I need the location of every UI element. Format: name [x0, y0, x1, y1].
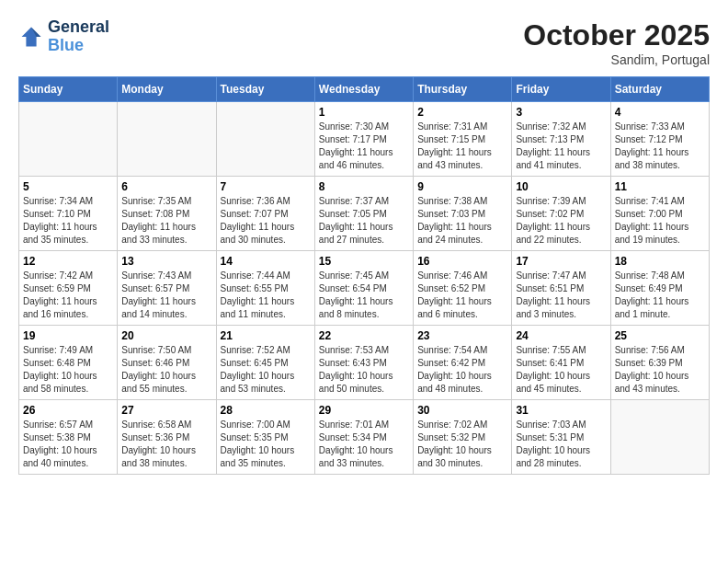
day-info: Sunrise: 7:03 AM Sunset: 5:31 PM Dayligh… [516, 419, 606, 470]
day-number: 31 [516, 404, 606, 417]
weekday-header-sunday: Sunday [19, 77, 118, 102]
day-info: Sunrise: 7:54 AM Sunset: 6:42 PM Dayligh… [417, 344, 507, 396]
day-info: Sunrise: 7:42 AM Sunset: 6:59 PM Dayligh… [23, 270, 113, 321]
day-info: Sunrise: 6:57 AM Sunset: 5:38 PM Dayligh… [23, 419, 113, 470]
day-cell: 8Sunrise: 7:37 AM Sunset: 7:05 PM Daylig… [314, 177, 413, 251]
day-info: Sunrise: 7:43 AM Sunset: 6:57 PM Dayligh… [121, 270, 211, 321]
day-cell: 18Sunrise: 7:48 AM Sunset: 6:49 PM Dayli… [610, 251, 709, 326]
day-info: Sunrise: 7:01 AM Sunset: 5:34 PM Dayligh… [319, 419, 409, 470]
calendar-table: SundayMondayTuesdayWednesdayThursdayFrid… [18, 76, 710, 475]
day-info: Sunrise: 7:48 AM Sunset: 6:49 PM Dayligh… [615, 270, 705, 321]
day-cell: 14Sunrise: 7:44 AM Sunset: 6:55 PM Dayli… [216, 251, 314, 326]
weekday-header-wednesday: Wednesday [314, 77, 413, 102]
day-info: Sunrise: 7:56 AM Sunset: 6:39 PM Dayligh… [615, 344, 705, 396]
week-row-1: 1Sunrise: 7:30 AM Sunset: 7:17 PM Daylig… [19, 102, 710, 177]
day-cell: 29Sunrise: 7:01 AM Sunset: 5:34 PM Dayli… [314, 400, 413, 475]
day-number: 29 [319, 404, 409, 417]
day-cell: 19Sunrise: 7:49 AM Sunset: 6:48 PM Dayli… [19, 326, 118, 400]
day-cell: 5Sunrise: 7:34 AM Sunset: 7:10 PM Daylig… [19, 177, 118, 251]
weekday-header-row: SundayMondayTuesdayWednesdayThursdayFrid… [19, 77, 710, 102]
weekday-header-saturday: Saturday [610, 77, 709, 102]
day-cell: 12Sunrise: 7:42 AM Sunset: 6:59 PM Dayli… [19, 251, 118, 326]
day-cell: 22Sunrise: 7:53 AM Sunset: 6:43 PM Dayli… [314, 326, 413, 400]
day-cell: 15Sunrise: 7:45 AM Sunset: 6:54 PM Dayli… [314, 251, 413, 326]
month-title: October 2025 [523, 18, 710, 52]
day-number: 16 [417, 255, 507, 268]
day-info: Sunrise: 7:55 AM Sunset: 6:41 PM Dayligh… [516, 344, 606, 396]
day-cell: 31Sunrise: 7:03 AM Sunset: 5:31 PM Dayli… [512, 400, 610, 475]
day-cell: 4Sunrise: 7:33 AM Sunset: 7:12 PM Daylig… [610, 102, 709, 177]
day-cell: 28Sunrise: 7:00 AM Sunset: 5:35 PM Dayli… [216, 400, 314, 475]
day-cell: 21Sunrise: 7:52 AM Sunset: 6:45 PM Dayli… [216, 326, 314, 400]
day-number: 10 [516, 180, 606, 193]
day-info: Sunrise: 7:39 AM Sunset: 7:02 PM Dayligh… [516, 195, 606, 247]
day-number: 11 [615, 180, 705, 193]
week-row-4: 19Sunrise: 7:49 AM Sunset: 6:48 PM Dayli… [19, 326, 710, 400]
day-info: Sunrise: 7:37 AM Sunset: 7:05 PM Dayligh… [319, 195, 409, 247]
day-info: Sunrise: 7:00 AM Sunset: 5:35 PM Dayligh… [221, 419, 311, 470]
day-number: 18 [615, 255, 705, 268]
day-cell: 3Sunrise: 7:32 AM Sunset: 7:13 PM Daylig… [512, 102, 610, 177]
weekday-header-monday: Monday [118, 77, 216, 102]
day-info: Sunrise: 7:36 AM Sunset: 7:07 PM Dayligh… [221, 195, 311, 247]
day-number: 2 [417, 106, 507, 119]
day-number: 22 [319, 329, 409, 342]
page-header: General Blue October 2025 Sandim, Portug… [18, 18, 710, 67]
day-cell [610, 400, 709, 475]
day-cell: 1Sunrise: 7:30 AM Sunset: 7:17 PM Daylig… [314, 102, 413, 177]
day-number: 6 [121, 180, 211, 193]
day-cell: 30Sunrise: 7:02 AM Sunset: 5:32 PM Dayli… [414, 400, 512, 475]
week-row-3: 12Sunrise: 7:42 AM Sunset: 6:59 PM Dayli… [19, 251, 710, 326]
day-info: Sunrise: 7:32 AM Sunset: 7:13 PM Dayligh… [516, 121, 606, 172]
week-row-2: 5Sunrise: 7:34 AM Sunset: 7:10 PM Daylig… [19, 177, 710, 251]
day-number: 27 [121, 404, 211, 417]
day-cell [118, 102, 216, 177]
day-cell: 6Sunrise: 7:35 AM Sunset: 7:08 PM Daylig… [118, 177, 216, 251]
day-info: Sunrise: 7:38 AM Sunset: 7:03 PM Dayligh… [417, 195, 507, 247]
day-number: 19 [23, 329, 113, 342]
day-number: 9 [417, 180, 507, 193]
weekday-header-friday: Friday [512, 77, 610, 102]
day-cell: 26Sunrise: 6:57 AM Sunset: 5:38 PM Dayli… [19, 400, 118, 475]
day-info: Sunrise: 7:34 AM Sunset: 7:10 PM Dayligh… [23, 195, 113, 247]
day-number: 24 [516, 329, 606, 342]
day-info: Sunrise: 6:58 AM Sunset: 5:36 PM Dayligh… [121, 419, 211, 470]
day-number: 20 [121, 329, 211, 342]
day-number: 17 [516, 255, 606, 268]
day-cell: 17Sunrise: 7:47 AM Sunset: 6:51 PM Dayli… [512, 251, 610, 326]
day-number: 14 [221, 255, 311, 268]
title-area: October 2025 Sandim, Portugal [523, 18, 710, 67]
day-info: Sunrise: 7:31 AM Sunset: 7:15 PM Dayligh… [417, 121, 507, 172]
day-number: 7 [221, 180, 311, 193]
location: Sandim, Portugal [523, 52, 710, 67]
day-number: 13 [121, 255, 211, 268]
day-info: Sunrise: 7:44 AM Sunset: 6:55 PM Dayligh… [221, 270, 311, 321]
day-number: 28 [221, 404, 311, 417]
day-info: Sunrise: 7:53 AM Sunset: 6:43 PM Dayligh… [319, 344, 409, 396]
day-number: 12 [23, 255, 113, 268]
day-number: 23 [417, 329, 507, 342]
day-cell: 24Sunrise: 7:55 AM Sunset: 6:41 PM Dayli… [512, 326, 610, 400]
weekday-header-thursday: Thursday [414, 77, 512, 102]
day-number: 21 [221, 329, 311, 342]
day-number: 25 [615, 329, 705, 342]
day-info: Sunrise: 7:47 AM Sunset: 6:51 PM Dayligh… [516, 270, 606, 321]
day-cell: 10Sunrise: 7:39 AM Sunset: 7:02 PM Dayli… [512, 177, 610, 251]
day-info: Sunrise: 7:46 AM Sunset: 6:52 PM Dayligh… [417, 270, 507, 321]
day-info: Sunrise: 7:35 AM Sunset: 7:08 PM Dayligh… [121, 195, 211, 247]
day-number: 1 [319, 106, 409, 119]
day-info: Sunrise: 7:02 AM Sunset: 5:32 PM Dayligh… [417, 419, 507, 470]
day-info: Sunrise: 7:33 AM Sunset: 7:12 PM Dayligh… [615, 121, 705, 172]
day-cell: 25Sunrise: 7:56 AM Sunset: 6:39 PM Dayli… [610, 326, 709, 400]
week-row-5: 26Sunrise: 6:57 AM Sunset: 5:38 PM Dayli… [19, 400, 710, 475]
day-cell: 27Sunrise: 6:58 AM Sunset: 5:36 PM Dayli… [118, 400, 216, 475]
day-cell: 9Sunrise: 7:38 AM Sunset: 7:03 PM Daylig… [414, 177, 512, 251]
day-info: Sunrise: 7:50 AM Sunset: 6:46 PM Dayligh… [121, 344, 211, 396]
day-info: Sunrise: 7:45 AM Sunset: 6:54 PM Dayligh… [319, 270, 409, 321]
day-info: Sunrise: 7:49 AM Sunset: 6:48 PM Dayligh… [23, 344, 113, 396]
day-number: 15 [319, 255, 409, 268]
logo-text: General Blue [48, 18, 109, 55]
day-cell: 7Sunrise: 7:36 AM Sunset: 7:07 PM Daylig… [216, 177, 314, 251]
day-info: Sunrise: 7:41 AM Sunset: 7:00 PM Dayligh… [615, 195, 705, 247]
day-number: 3 [516, 106, 606, 119]
